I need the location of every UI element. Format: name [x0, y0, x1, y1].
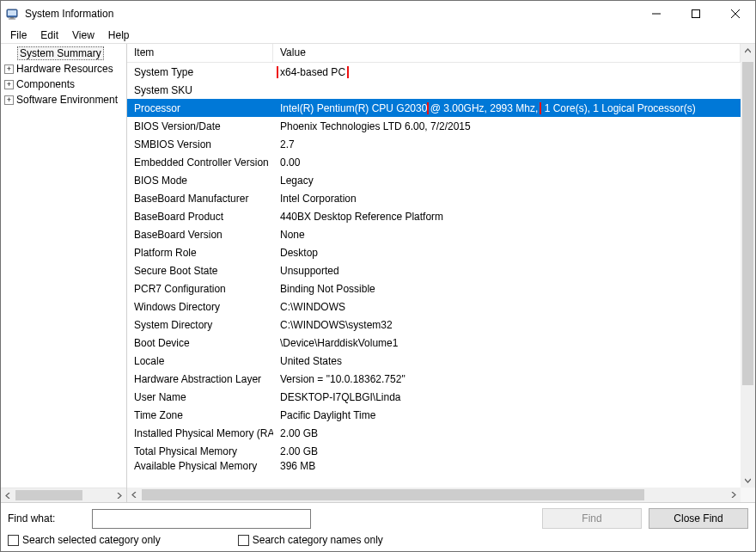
find-button[interactable]: Find — [542, 508, 642, 529]
cell-item: Boot Device — [127, 337, 273, 349]
tree-item-components[interactable]: + Components — [1, 77, 126, 92]
table-row[interactable]: Windows DirectoryC:\WINDOWS — [127, 297, 741, 316]
checkbox-label: Search selected category only — [22, 534, 161, 546]
expand-icon[interactable]: + — [4, 64, 14, 74]
tree-list: System Summary + Hardware Resources + Co… — [1, 44, 126, 488]
tree-horizontal-scrollbar[interactable] — [1, 488, 126, 502]
scroll-thumb[interactable] — [142, 489, 644, 500]
menubar: File Edit View Help — [1, 27, 755, 44]
table-row[interactable]: Available Physical Memory396 MB — [127, 460, 741, 473]
table-row[interactable]: LocaleUnited States — [127, 352, 741, 370]
table-row[interactable]: BIOS Version/DatePhoenix Technologies LT… — [127, 117, 741, 135]
scrollbar-corner — [741, 488, 755, 502]
column-header-value[interactable]: Value — [273, 44, 741, 62]
scroll-down-icon[interactable] — [741, 473, 755, 488]
list-horizontal-scrollbar[interactable] — [127, 488, 755, 502]
tree-item-software-environment[interactable]: + Software Environment — [1, 92, 126, 107]
cell-value: x64-based PC — [273, 66, 741, 78]
scroll-track[interactable] — [142, 488, 726, 502]
find-input[interactable] — [92, 509, 311, 529]
cell-value: Binding Not Possible — [273, 283, 741, 295]
table-row[interactable]: System Typex64-based PC — [127, 63, 741, 81]
cell-value: \Device\HarddiskVolume1 — [273, 337, 741, 349]
scroll-up-icon[interactable] — [741, 44, 755, 58]
close-find-button[interactable]: Close Find — [649, 508, 748, 529]
scroll-right-icon[interactable] — [726, 488, 741, 502]
table-row[interactable]: Time ZonePacific Daylight Time — [127, 406, 741, 424]
table-row[interactable]: User NameDESKTOP-I7QLBGI\Linda — [127, 388, 741, 406]
cell-item: Total Physical Memory — [127, 445, 273, 457]
highlight-box: @ 3.00GHz, 2993 Mhz, — [427, 102, 542, 114]
table-row[interactable]: BaseBoard Product440BX Desktop Reference… — [127, 207, 741, 225]
scroll-thumb[interactable] — [15, 490, 82, 500]
table-row[interactable]: Total Physical Memory2.00 GB — [127, 442, 741, 460]
tree-item-label: Software Environment — [16, 94, 118, 106]
table-row[interactable]: Boot Device\Device\HarddiskVolume1 — [127, 334, 741, 352]
checkbox-search-names[interactable]: Search category names only — [238, 534, 383, 546]
table-row[interactable]: BaseBoard VersionNone — [127, 225, 741, 243]
scroll-track[interactable] — [741, 58, 755, 473]
cell-value: C:\WINDOWS — [273, 301, 741, 313]
table-row[interactable]: PCR7 ConfigurationBinding Not Possible — [127, 279, 741, 297]
cell-item: User Name — [127, 391, 273, 403]
svg-rect-1 — [8, 10, 16, 15]
cell-value: Pacific Daylight Time — [273, 409, 741, 421]
tree-item-system-summary[interactable]: System Summary — [1, 46, 126, 61]
scroll-thumb[interactable] — [742, 62, 753, 385]
checkbox-search-selected[interactable]: Search selected category only — [8, 534, 161, 546]
list-vertical-scrollbar[interactable] — [741, 44, 755, 488]
checkbox-icon — [8, 535, 19, 546]
table-row[interactable]: System SKU — [127, 81, 741, 99]
cell-value: C:\WINDOWS\system32 — [273, 319, 741, 331]
tree-item-label: Hardware Resources — [16, 63, 113, 75]
menu-help[interactable]: Help — [102, 28, 136, 42]
cell-item: System Type — [127, 66, 273, 78]
tree-item-hardware-resources[interactable]: + Hardware Resources — [1, 61, 126, 77]
menu-edit[interactable]: Edit — [34, 28, 64, 42]
find-row: Find what: Find Close Find — [8, 508, 748, 529]
cell-value: Unsupported — [273, 265, 741, 277]
table-row[interactable]: ProcessorIntel(R) Pentium(R) CPU G2030 @… — [127, 99, 741, 117]
cell-item: BIOS Mode — [127, 175, 273, 187]
scroll-track[interactable] — [15, 488, 112, 502]
scroll-left-icon[interactable] — [127, 488, 142, 502]
cell-item: Hardware Abstraction Layer — [127, 373, 273, 385]
table-row[interactable]: System DirectoryC:\WINDOWS\system32 — [127, 316, 741, 334]
expand-icon[interactable]: + — [4, 95, 14, 105]
column-header-item[interactable]: Item — [127, 44, 273, 62]
tree-panel: System Summary + Hardware Resources + Co… — [1, 44, 127, 502]
table-row[interactable]: BaseBoard ManufacturerIntel Corporation — [127, 189, 741, 207]
minimize-button[interactable] — [637, 1, 676, 26]
list-area: Item Value System Typex64-based PCSystem… — [127, 44, 755, 488]
table-row[interactable]: Secure Boot StateUnsupported — [127, 261, 741, 279]
table-row[interactable]: SMBIOS Version2.7 — [127, 135, 741, 153]
cell-value: DESKTOP-I7QLBGI\Linda — [273, 391, 741, 403]
cell-item: Embedded Controller Version — [127, 156, 273, 169]
scroll-right-icon[interactable] — [112, 488, 126, 502]
cell-item: BIOS Version/Date — [127, 120, 273, 132]
menu-view[interactable]: View — [66, 28, 101, 42]
cell-value: Intel(R) Pentium(R) CPU G2030 @ 3.00GHz,… — [273, 102, 741, 114]
window-buttons — [637, 1, 755, 26]
expand-icon[interactable]: + — [4, 80, 14, 89]
scroll-left-icon[interactable] — [1, 488, 15, 502]
find-panel: Find what: Find Close Find Search select… — [1, 502, 755, 551]
cell-item: Secure Boot State — [127, 265, 273, 277]
cell-item: System SKU — [127, 84, 273, 96]
cell-value: Desktop — [273, 247, 741, 259]
cell-item: Installed Physical Memory (RAM) — [127, 427, 273, 439]
cell-item: BaseBoard Manufacturer — [127, 193, 273, 205]
cell-item: PCR7 Configuration — [127, 283, 273, 295]
svg-rect-5 — [692, 9, 700, 17]
maximize-button[interactable] — [676, 1, 716, 26]
cell-value: Version = "10.0.18362.752" — [273, 373, 741, 385]
table-row[interactable]: Platform RoleDesktop — [127, 243, 741, 261]
cell-item: Windows Directory — [127, 301, 273, 313]
table-row[interactable]: BIOS ModeLegacy — [127, 171, 741, 189]
menu-file[interactable]: File — [4, 28, 33, 42]
table-row[interactable]: Hardware Abstraction LayerVersion = "10.… — [127, 370, 741, 388]
svg-rect-3 — [9, 18, 15, 19]
table-row[interactable]: Embedded Controller Version0.00 — [127, 153, 741, 171]
close-button[interactable] — [716, 1, 755, 26]
table-row[interactable]: Installed Physical Memory (RAM)2.00 GB — [127, 424, 741, 442]
